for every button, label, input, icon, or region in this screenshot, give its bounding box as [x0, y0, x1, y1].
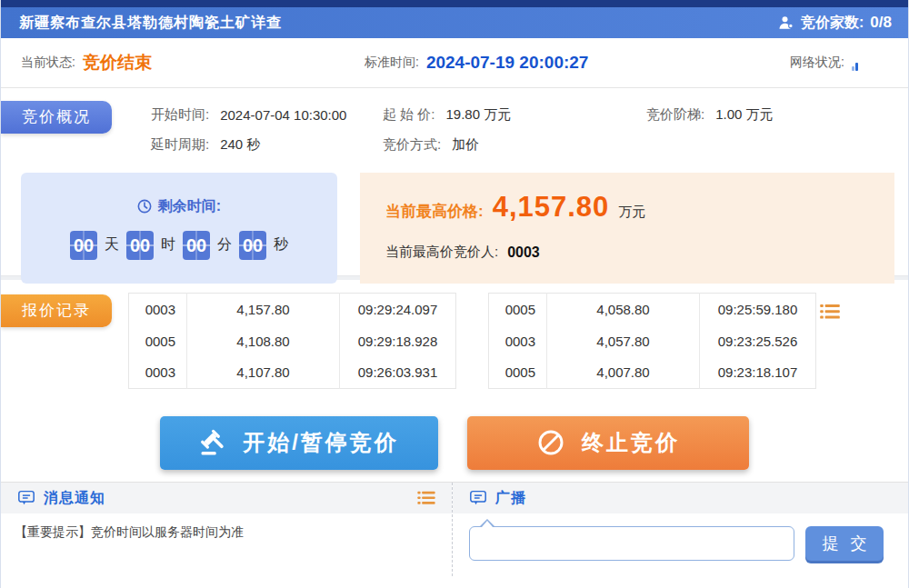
countdown-seconds: 00 [239, 231, 266, 260]
countdown-hours: 00 [126, 231, 154, 260]
title-bar: 新疆察布查尔县塔勒德村陶瓷土矿详查 竞价家数: 0/8 [1, 7, 908, 38]
field-delay-cycle: 延时周期: 240 秒 [151, 136, 383, 154]
message-list-icon[interactable] [417, 491, 435, 505]
important-notice: 【重要提示】竞价时间以服务器时间为准 [1, 513, 452, 552]
table-row: 0003 4,157.80 09:29:24.097 [129, 294, 456, 325]
page-title: 新疆察布查尔县塔勒德村陶瓷土矿详查 [19, 14, 282, 33]
bid-records-table-left: 0003 4,157.80 09:29:24.097 0005 4,108.80… [128, 293, 456, 389]
field-start-price: 起 始 价: 19.80 万元 [383, 106, 646, 124]
message-panel-title: 消息通知 [44, 489, 105, 508]
overview-info-grid: 开始时间: 2024-07-04 10:30:00 起 始 价: 19.80 万… [151, 100, 899, 160]
unit-hour: 时 [161, 235, 175, 254]
bidders-count: 0/8 [870, 14, 892, 32]
broadcast-panel-title: 广播 [495, 489, 526, 508]
bid-records-section: 报价记录 0003 4,157.80 09:29:24.097 0005 4,1… [1, 280, 908, 400]
submit-button[interactable]: 提 交 [805, 526, 884, 561]
countdown-panel: 剩余时间: 00 天 00 时 00 分 00 秒 [21, 173, 337, 284]
status-bar: 当前状态: 竞价结束 标准时间: 2024-07-19 20:00:27 网络状… [1, 38, 908, 88]
broadcast-input-wrap [469, 526, 794, 561]
field-bid-mode: 竞价方式: 加价 [383, 136, 479, 154]
broadcast-input[interactable] [469, 526, 794, 561]
table-row: 0003 4,107.80 09:26:03.931 [129, 357, 456, 389]
message-panel-header: 消息通知 [1, 483, 452, 513]
status-label: 当前状态: [21, 55, 75, 71]
time-value: 2024-07-19 20:00:27 [426, 53, 589, 73]
prohibit-icon [536, 428, 565, 457]
broadcast-bubble-icon [469, 490, 487, 506]
field-start-time: 开始时间: 2024-07-04 10:30:00 [151, 106, 383, 124]
countdown-title: 剩余时间: [137, 197, 221, 216]
countdown-days: 00 [70, 231, 97, 260]
action-buttons: 开始/暂停竞价 终止竞价 [1, 400, 908, 482]
start-pause-bid-label: 开始/暂停竞价 [243, 428, 399, 457]
unit-day: 天 [105, 235, 119, 254]
broadcast-panel-header: 广播 [453, 483, 908, 513]
network-status: 网络状况: [790, 55, 858, 71]
broadcast-panel: 广播 提 交 [453, 483, 908, 576]
highest-price-panel: 当前最高价格: 4,157.80 万元 当前最高价竞价人: 0003 [360, 173, 894, 284]
unit-min: 分 [217, 235, 232, 254]
highest-bidder-label: 当前最高价竞价人: [385, 244, 498, 261]
bid-records-table-right: 0005 4,058.80 09:25:59.180 0003 4,057.80… [488, 293, 816, 389]
bidders-label: 竞价家数: [801, 14, 864, 33]
field-bid-step: 竞价阶梯: 1.00 万元 [646, 106, 774, 124]
terminate-bid-button[interactable]: 终止竞价 [467, 416, 749, 470]
bidders-icon [778, 15, 794, 31]
current-status: 当前状态: 竞价结束 [21, 51, 152, 75]
unit-sec: 秒 [274, 235, 288, 254]
top-strip [1, 0, 908, 7]
countdown-label: 剩余时间: [158, 197, 221, 216]
auction-overview-section: 竞价概况 开始时间: 2024-07-04 10:30:00 起 始 价: 19… [1, 88, 908, 275]
tab-auction-overview: 竞价概况 [1, 101, 112, 134]
message-bubble-icon [17, 490, 35, 506]
countdown-minutes: 00 [183, 231, 210, 260]
clock-icon [137, 199, 152, 214]
message-panel: 消息通知 【重要提示】竞价时间以服务器时间为准 [1, 483, 453, 576]
highest-bidder-value: 0003 [507, 244, 540, 261]
records-list-icon[interactable] [820, 304, 840, 320]
bidders-counter: 竞价家数: 0/8 [778, 14, 892, 33]
table-row: 0005 4,058.80 09:25:59.180 [489, 294, 816, 325]
time-label: 标准时间: [365, 55, 419, 71]
gavel-icon [199, 429, 226, 456]
table-row: 0005 4,108.80 09:29:18.928 [129, 325, 456, 357]
countdown-digits: 00 天 00 时 00 分 00 秒 [70, 231, 288, 260]
highest-price-unit: 万元 [618, 204, 645, 221]
highest-price-label: 当前最高价格: [385, 201, 484, 222]
status-value: 竞价结束 [83, 51, 152, 75]
signal-icon [852, 60, 858, 71]
highest-price-value: 4,157.80 [493, 191, 610, 224]
start-pause-bid-button[interactable]: 开始/暂停竞价 [160, 416, 438, 470]
standard-time: 标准时间: 2024-07-19 20:00:27 [365, 53, 588, 73]
tab-bid-records: 报价记录 [1, 294, 112, 327]
table-row: 0003 4,057.80 09:23:25.526 [489, 325, 816, 357]
table-row: 0005 4,007.80 09:23:18.107 [489, 357, 816, 389]
terminate-bid-label: 终止竞价 [582, 428, 680, 457]
network-label: 网络状况: [790, 55, 844, 71]
bottom-panels: 消息通知 【重要提示】竞价时间以服务器时间为准 广播 [1, 482, 908, 576]
